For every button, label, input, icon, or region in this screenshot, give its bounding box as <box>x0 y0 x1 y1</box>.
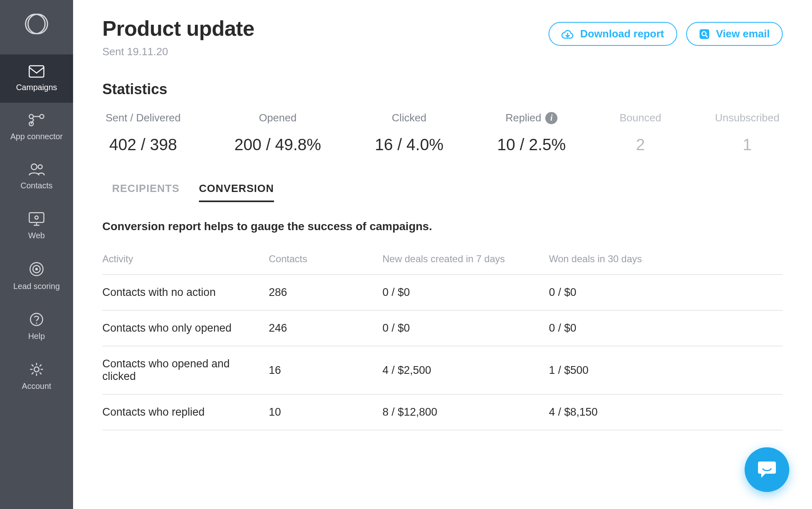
header-actions: Download report View email <box>549 22 783 46</box>
stat-value: 10 / 2.5% <box>497 136 566 154</box>
stat-label: Sent / Delivered <box>106 112 181 124</box>
stat-clicked[interactable]: Clicked 16 / 4.0% <box>375 112 443 154</box>
monitor-icon <box>28 211 45 226</box>
table-row[interactable]: Contacts who opened and clicked 16 4 / $… <box>102 346 783 395</box>
view-email-label: View email <box>716 28 770 40</box>
cell-won-deals: 1 / $500 <box>549 346 783 395</box>
stat-unsubscribed[interactable]: Unsubscribed 1 <box>715 112 780 154</box>
cell-new-deals: 8 / $12,800 <box>382 395 549 430</box>
sidebar-item-account[interactable]: Account <box>0 352 73 401</box>
conversion-description: Conversion report helps to gauge the suc… <box>102 220 783 233</box>
contacts-icon <box>28 162 45 176</box>
conversion-table: Activity Contacts New deals created in 7… <box>102 253 783 430</box>
sidebar-item-label: Web <box>28 231 45 240</box>
sidebar-item-help[interactable]: Help <box>0 302 73 352</box>
table-row[interactable]: Contacts who only opened 246 0 / $0 0 / … <box>102 311 783 346</box>
sidebar-item-label: Lead scoring <box>13 282 60 291</box>
help-icon <box>29 312 44 327</box>
sidebar-item-label: Contacts <box>21 181 53 190</box>
svg-point-6 <box>31 164 37 170</box>
sidebar-item-contacts[interactable]: Contacts <box>0 152 73 201</box>
stat-value: 200 / 49.8% <box>234 136 321 154</box>
connector-icon <box>28 113 45 127</box>
sidebar-item-label: App connector <box>11 132 63 141</box>
svg-point-9 <box>35 216 38 219</box>
col-won-deals: Won deals in 30 days <box>549 253 783 275</box>
stat-opened[interactable]: Opened 200 / 49.8% <box>234 112 321 154</box>
page-header: Product update Sent 19.11.20 Download re… <box>102 16 783 58</box>
statistics-title: Statistics <box>102 81 783 98</box>
stat-value: 1 <box>743 136 752 154</box>
page-title: Product update <box>102 16 254 41</box>
svg-rect-16 <box>700 29 709 39</box>
col-contacts: Contacts <box>269 253 382 275</box>
target-icon <box>29 261 44 277</box>
stat-value: 402 / 398 <box>109 136 177 154</box>
download-report-label: Download report <box>580 28 664 40</box>
stat-value: 2 <box>636 136 645 154</box>
stat-label: Clicked <box>392 112 426 124</box>
sidebar: Campaigns App connector Contacts <box>0 0 73 509</box>
svg-point-15 <box>34 367 39 372</box>
statistics-row: Sent / Delivered 402 / 398 Opened 200 / … <box>102 112 783 154</box>
cell-activity: Contacts who replied <box>102 395 269 430</box>
table-row[interactable]: Contacts with no action 286 0 / $0 0 / $… <box>102 275 783 311</box>
cloud-download-icon <box>561 29 574 39</box>
cell-contacts: 16 <box>269 346 382 395</box>
svg-point-14 <box>36 322 37 324</box>
tab-conversion[interactable]: CONVERSION <box>199 182 274 202</box>
tab-recipients[interactable]: RECIPIENTS <box>112 182 179 202</box>
cell-new-deals: 0 / $0 <box>382 311 549 346</box>
col-activity: Activity <box>102 253 269 275</box>
stat-label: Opened <box>259 112 297 124</box>
sidebar-item-campaigns[interactable]: Campaigns <box>0 54 73 103</box>
sidebar-item-label: Campaigns <box>16 83 57 92</box>
gear-icon <box>29 362 44 377</box>
cell-won-deals: 4 / $8,150 <box>549 395 783 430</box>
info-icon[interactable]: i <box>545 112 557 124</box>
app-logo <box>24 11 49 38</box>
stat-bounced[interactable]: Bounced 2 <box>620 112 661 154</box>
view-email-button[interactable]: View email <box>686 22 783 46</box>
cell-contacts: 10 <box>269 395 382 430</box>
mail-icon <box>28 65 45 78</box>
sent-date: Sent 19.11.20 <box>102 45 254 58</box>
cell-contacts: 286 <box>269 275 382 311</box>
main-content: Product update Sent 19.11.20 Download re… <box>73 0 812 509</box>
col-new-deals: New deals created in 7 days <box>382 253 549 275</box>
svg-rect-2 <box>29 66 44 77</box>
stat-sent-delivered[interactable]: Sent / Delivered 402 / 398 <box>106 112 181 154</box>
svg-rect-8 <box>29 213 44 222</box>
svg-point-12 <box>36 268 37 270</box>
cell-contacts: 246 <box>269 311 382 346</box>
stat-label: Bounced <box>620 112 661 124</box>
cell-new-deals: 4 / $2,500 <box>382 346 549 395</box>
cell-activity: Contacts with no action <box>102 275 269 311</box>
sidebar-item-label: Account <box>22 382 51 391</box>
stat-label: Unsubscribed <box>715 112 780 124</box>
sidebar-item-web[interactable]: Web <box>0 201 73 251</box>
stat-replied[interactable]: Replied i 10 / 2.5% <box>497 112 566 154</box>
cell-activity: Contacts who opened and clicked <box>102 346 269 395</box>
sidebar-item-lead-scoring[interactable]: Lead scoring <box>0 251 73 302</box>
download-report-button[interactable]: Download report <box>549 22 677 46</box>
cell-activity: Contacts who only opened <box>102 311 269 346</box>
magnifier-icon <box>699 29 710 39</box>
sidebar-item-app-connector[interactable]: App connector <box>0 103 73 152</box>
svg-point-7 <box>38 165 42 169</box>
cell-won-deals: 0 / $0 <box>549 311 783 346</box>
report-tabs: RECIPIENTS CONVERSION <box>102 182 783 202</box>
chat-widget-button[interactable] <box>745 447 789 492</box>
sidebar-item-label: Help <box>28 332 45 341</box>
svg-point-4 <box>40 114 44 119</box>
cell-won-deals: 0 / $0 <box>549 275 783 311</box>
table-row[interactable]: Contacts who replied 10 8 / $12,800 4 / … <box>102 395 783 430</box>
stat-label: Replied i <box>505 112 557 124</box>
chat-icon <box>756 457 778 482</box>
cell-new-deals: 0 / $0 <box>382 275 549 311</box>
stat-value: 16 / 4.0% <box>375 136 443 154</box>
